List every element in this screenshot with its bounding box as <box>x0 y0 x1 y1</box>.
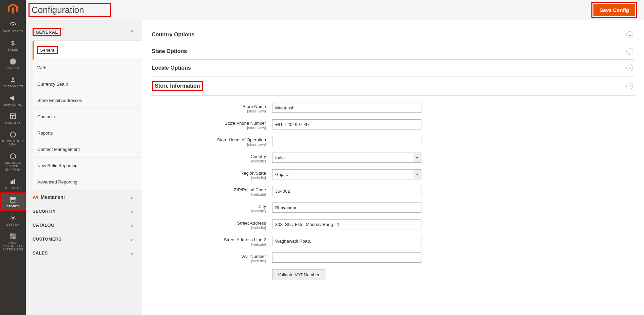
sidebar-subnav-general: General Web Currency Setup Store Email A… <box>33 41 142 190</box>
nav-stores-label: STORES <box>6 205 20 208</box>
sidebar-section-meetanshi-label: Meetanshi <box>41 194 65 200</box>
chevron-down-icon: ⌄ <box>130 194 134 200</box>
group-country-options[interactable]: Country Options ⌄ <box>152 27 634 43</box>
store-icon <box>9 196 17 204</box>
content-area: Country Options ⌄ State Options ⌄ Locale… <box>142 20 644 315</box>
svg-rect-12 <box>11 200 15 202</box>
nav-marketing-label: MARKETING <box>3 103 22 107</box>
label-street1: Street Address <box>237 221 266 226</box>
sidebar-item-store-email[interactable]: Store Email Addresses <box>33 92 142 109</box>
row-validate-vat: Validate VAT Number <box>152 269 525 280</box>
row-region: Region/State [website] Gujarat ▼ <box>152 169 525 180</box>
sidebar-section-general[interactable]: GENERAL ⌃ <box>33 24 142 41</box>
row-country: Country [website] India ▼ <box>152 153 525 163</box>
sidebar-section-customers[interactable]: CUSTOMERS ⌄ <box>33 232 142 246</box>
svg-point-13 <box>12 217 14 219</box>
box-icon <box>9 58 17 65</box>
nav-sales[interactable]: $ SALES <box>0 36 26 54</box>
label-region: Region/State <box>241 171 266 176</box>
sidebar-item-new-relic[interactable]: New Relic Reporting <box>33 158 142 174</box>
select-country-value: India <box>275 155 285 160</box>
validate-vat-button[interactable]: Validate VAT Number <box>272 269 325 280</box>
scope-country: [website] <box>152 159 266 163</box>
sidebar-item-web[interactable]: Web <box>33 60 142 76</box>
nav-partners-label: FIND PARTNERS & EXTENSIONS <box>1 241 25 251</box>
page-body: GENERAL ⌃ General Web Currency Setup Sto… <box>26 20 644 315</box>
scope-region: [website] <box>152 176 266 180</box>
nav-distance-label: DISTANCE BASED SHIPPING <box>1 161 25 172</box>
sidebar-item-contacts[interactable]: Contacts <box>33 109 142 125</box>
sidebar-section-security[interactable]: SECURITY ⌄ <box>33 204 142 218</box>
gauge-icon <box>9 21 17 29</box>
row-store-name: Store Name [store view] <box>152 103 525 113</box>
sidebar-item-currency-setup[interactable]: Currency Setup <box>33 76 142 92</box>
input-store-hours[interactable] <box>272 136 421 146</box>
group-state-title: State Options <box>152 48 187 54</box>
scope-store-phone: [store view] <box>152 126 266 130</box>
input-store-name[interactable] <box>272 103 421 113</box>
magento-logo <box>0 0 26 18</box>
svg-line-1 <box>13 24 14 25</box>
meetanshi-logo-icon <box>33 195 39 199</box>
input-vat[interactable] <box>272 252 421 263</box>
sidebar-section-sales-label: SALES <box>33 250 48 256</box>
layout-icon <box>9 112 17 120</box>
scope-city: [website] <box>152 209 266 213</box>
row-store-phone: Store Phone Number [store view] <box>152 119 525 130</box>
nav-coupon[interactable]: COUPON CODE LINK <box>0 127 26 149</box>
nav-dashboard[interactable]: DASHBOARD <box>0 18 26 36</box>
nav-catalog[interactable]: CATALOG <box>0 54 26 73</box>
input-street1[interactable] <box>272 219 421 229</box>
row-vat: VAT Number [website] <box>152 252 525 263</box>
label-store-name: Store Name <box>243 104 266 109</box>
svg-point-3 <box>12 77 14 80</box>
nav-content[interactable]: CONTENT <box>0 109 26 127</box>
sidebar-item-general[interactable]: General <box>33 41 142 60</box>
svg-marker-7 <box>11 132 16 138</box>
config-sidebar: GENERAL ⌃ General Web Currency Setup Sto… <box>26 20 142 315</box>
sidebar-item-reports[interactable]: Reports <box>33 125 142 141</box>
sidebar-section-catalog[interactable]: CATALOG ⌄ <box>33 218 142 232</box>
sidebar-section-sales[interactable]: SALES ⌄ <box>33 246 142 260</box>
admin-nav: DASHBOARD $ SALES CATALOG CUSTOMERS MARK… <box>0 0 26 315</box>
scope-store-hours: [store view] <box>152 142 266 146</box>
chevron-up-icon: ⌃ <box>130 30 134 35</box>
nav-customers[interactable]: CUSTOMERS <box>0 73 26 91</box>
dollar-icon: $ <box>9 39 17 47</box>
nav-system[interactable]: SYSTEM <box>0 211 26 229</box>
group-state-options[interactable]: State Options ⌄ <box>152 43 634 60</box>
nav-sales-label: SALES <box>8 48 18 52</box>
svg-text:$: $ <box>11 40 14 46</box>
gear-icon <box>9 214 17 222</box>
select-region[interactable]: Gujarat ▼ <box>272 169 421 179</box>
select-country[interactable]: India ▼ <box>272 153 421 163</box>
group-store-information[interactable]: Store Information ⌃ <box>152 76 634 96</box>
scope-vat: [website] <box>152 259 266 263</box>
scope-street2: [website] <box>152 242 266 246</box>
person-icon <box>9 76 17 84</box>
row-zip: ZIP/Postal Code [website] <box>152 186 525 196</box>
input-street2[interactable] <box>272 236 421 246</box>
save-button[interactable]: Save Config <box>593 4 635 16</box>
group-store-title: Store Information <box>152 81 203 91</box>
nav-distance[interactable]: DISTANCE BASED SHIPPING <box>0 149 26 174</box>
nav-marketing[interactable]: MARKETING <box>0 91 26 109</box>
nav-dashboard-label: DASHBOARD <box>3 30 23 33</box>
nav-reports[interactable]: REPORTS <box>0 174 26 193</box>
svg-rect-17 <box>13 237 15 239</box>
nav-stores[interactable]: STORES <box>0 193 26 211</box>
input-store-phone[interactable] <box>272 119 421 129</box>
label-street2: Street Address Line 2 <box>224 237 266 242</box>
nav-partners[interactable]: FIND PARTNERS & EXTENSIONS <box>0 229 26 254</box>
group-locale-options[interactable]: Locale Options ⌄ <box>152 60 634 76</box>
sidebar-section-meetanshi[interactable]: Meetanshi ⌄ <box>33 190 142 204</box>
label-store-hours: Store Hours of Operation <box>217 137 266 142</box>
hexagon-icon <box>9 131 17 138</box>
sidebar-item-content-management[interactable]: Content Management <box>33 141 142 158</box>
input-city[interactable] <box>272 203 421 213</box>
svg-rect-9 <box>11 181 12 183</box>
sidebar-item-advanced-reporting[interactable]: Advanced Reporting <box>33 174 142 190</box>
row-street1: Street Address [website] <box>152 219 525 230</box>
sidebar-section-customers-label: CUSTOMERS <box>33 237 62 242</box>
input-zip[interactable] <box>272 186 421 196</box>
